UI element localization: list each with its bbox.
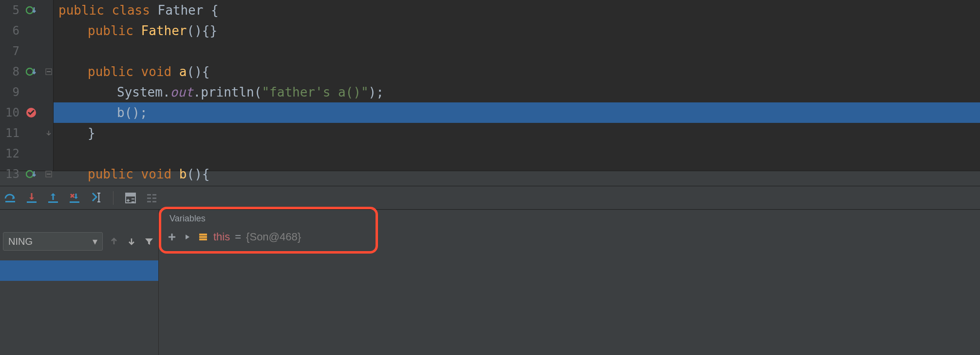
code-line-current[interactable]: b(); (54, 102, 980, 123)
variables-title: Variables (159, 214, 980, 224)
gutter-row: 13 (0, 164, 53, 184)
svg-rect-6 (5, 201, 15, 202)
gutter-row: 7 (0, 41, 53, 61)
code-area[interactable]: public class Father { public Father(){} … (54, 0, 980, 171)
run-to-cursor-icon[interactable] (89, 191, 103, 205)
trace-icon[interactable] (145, 191, 159, 205)
gutter-row: 6 (0, 20, 53, 41)
svg-rect-11 (126, 193, 135, 197)
editor-gutter: 5 6 7 8 9 10 (0, 0, 54, 171)
force-step-into-icon[interactable] (67, 191, 82, 205)
svg-rect-17 (152, 201, 156, 202)
svg-rect-18 (199, 234, 207, 236)
debug-panel: NING ▾ Variables (0, 210, 980, 355)
filter-icon[interactable] (143, 235, 155, 248)
code-line[interactable]: public class Father { (54, 0, 980, 20)
code-line[interactable]: System.out.println("father's a()"); (54, 82, 980, 102)
expand-icon[interactable] (182, 232, 193, 242)
svg-point-0 (26, 7, 33, 14)
override-down-icon[interactable] (24, 3, 38, 17)
call-stack[interactable] (0, 260, 158, 281)
line-number: 7 (0, 44, 21, 58)
code-line[interactable] (54, 41, 980, 61)
debug-step-toolbar (0, 186, 980, 210)
frames-header: NING ▾ (0, 229, 158, 254)
override-down-icon[interactable] (24, 167, 38, 181)
gutter-row: 9 (0, 82, 53, 102)
svg-point-1 (26, 68, 33, 75)
next-frame-icon[interactable] (125, 235, 138, 248)
variables-pane: Variables this = {Son@468} (159, 210, 980, 355)
line-number: 12 (0, 147, 21, 160)
fold-collapse-icon[interactable] (45, 171, 52, 178)
svg-rect-15 (152, 197, 156, 199)
evaluate-expression-icon[interactable] (123, 191, 138, 205)
code-line[interactable] (54, 143, 980, 164)
stack-frame-selected[interactable] (0, 260, 158, 281)
gutter-row: 10 (0, 102, 53, 123)
svg-rect-19 (199, 236, 207, 238)
svg-point-4 (26, 171, 33, 178)
svg-rect-12 (147, 194, 151, 196)
step-over-icon[interactable] (3, 191, 18, 205)
step-into-icon[interactable] (24, 191, 39, 205)
line-number: 8 (0, 65, 21, 79)
code-editor[interactable]: 5 6 7 8 9 10 (0, 0, 980, 171)
thread-label: NING (8, 236, 33, 247)
svg-rect-7 (27, 201, 37, 203)
code-line[interactable]: public void a(){ (54, 61, 980, 82)
gutter-row: 5 (0, 0, 53, 20)
line-number: 10 (0, 106, 21, 119)
variable-equals: = (235, 231, 241, 243)
svg-rect-13 (152, 194, 156, 196)
fold-end-icon[interactable] (45, 130, 52, 137)
gutter-row: 12 (0, 143, 53, 164)
override-down-icon[interactable] (24, 65, 38, 79)
add-watch-icon[interactable] (167, 232, 177, 242)
code-line[interactable]: } (54, 123, 980, 143)
line-number: 6 (0, 24, 21, 38)
toolbar-separator (113, 191, 113, 205)
gutter-row: 11 (0, 123, 53, 143)
code-line[interactable]: public Father(){} (54, 20, 980, 41)
variable-name: this (213, 231, 230, 243)
code-line[interactable]: public void b(){ (54, 164, 980, 184)
variable-row[interactable]: this = {Son@468} (159, 231, 980, 243)
chevron-down-icon: ▾ (93, 236, 97, 247)
line-number: 11 (0, 126, 21, 140)
svg-rect-8 (48, 201, 58, 203)
fold-collapse-icon[interactable] (45, 68, 52, 75)
svg-rect-9 (70, 201, 79, 203)
line-number: 9 (0, 85, 21, 99)
step-out-icon[interactable] (46, 191, 60, 205)
prev-frame-icon[interactable] (108, 235, 120, 248)
breakpoint-checked-icon[interactable] (24, 106, 38, 119)
frames-pane: NING ▾ (0, 210, 159, 355)
svg-rect-14 (147, 197, 151, 199)
svg-rect-20 (199, 238, 207, 240)
line-number: 5 (0, 3, 21, 17)
gutter-row: 8 (0, 61, 53, 82)
thread-selector[interactable]: NING ▾ (3, 232, 103, 251)
line-number: 13 (0, 167, 21, 181)
svg-rect-16 (147, 201, 151, 202)
object-icon (198, 232, 208, 242)
variable-value: {Son@468} (246, 231, 301, 243)
